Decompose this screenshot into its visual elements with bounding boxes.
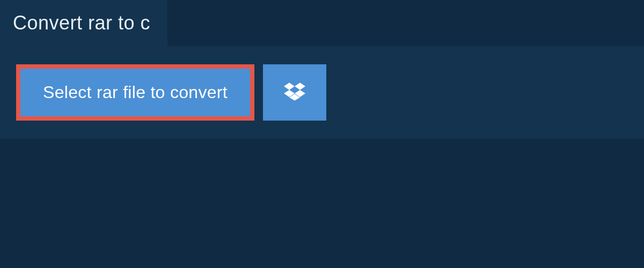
tab-bar: Convert rar to c — [0, 0, 644, 46]
tab-convert[interactable]: Convert rar to c — [0, 0, 167, 46]
select-file-label: Select rar file to convert — [43, 83, 228, 102]
dropbox-button[interactable] — [263, 64, 326, 121]
content-panel: Select rar file to convert — [0, 46, 644, 139]
tab-title: Convert rar to c — [13, 12, 150, 34]
dropbox-icon — [284, 81, 305, 105]
select-file-button[interactable]: Select rar file to convert — [16, 64, 254, 121]
